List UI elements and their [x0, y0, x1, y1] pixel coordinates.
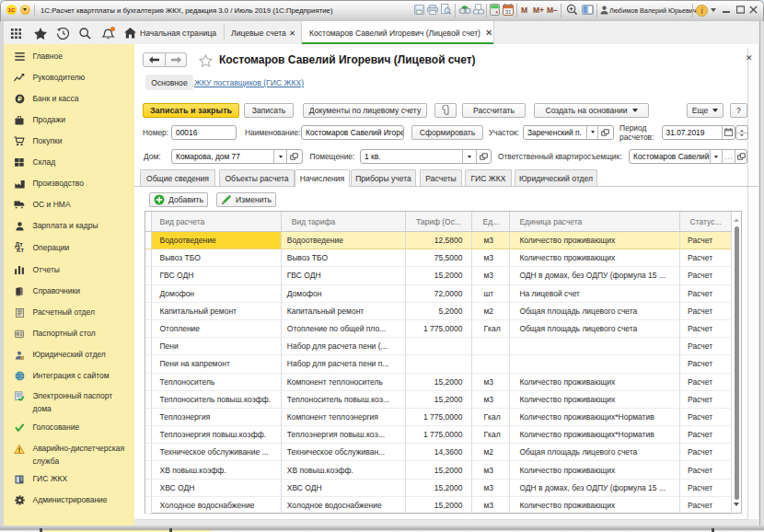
svg-text:₽: ₽	[17, 96, 22, 102]
svg-text:31: 31	[505, 9, 512, 15]
svg-text:i: i	[700, 6, 703, 16]
